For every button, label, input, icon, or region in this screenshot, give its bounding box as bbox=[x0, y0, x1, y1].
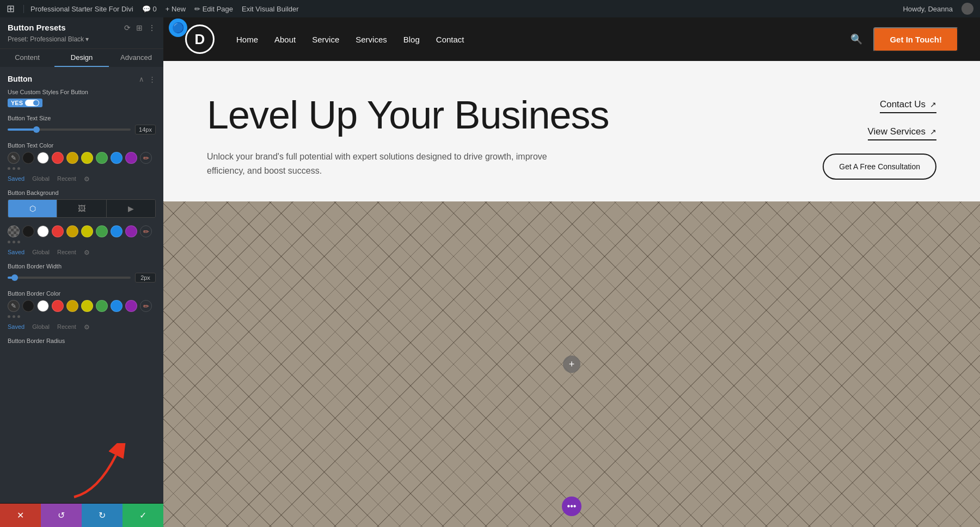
color-gear-icon-2[interactable]: ⚙ bbox=[84, 249, 90, 256]
border-color-label: Button Border Color bbox=[8, 290, 156, 297]
howdy-label: Howdy, Deanna bbox=[903, 5, 953, 13]
section-dots-icon[interactable]: ⋮ bbox=[149, 75, 156, 83]
hero-description: Unlock your brand's full potential with … bbox=[207, 150, 577, 177]
color-swatch-blue[interactable] bbox=[111, 152, 122, 164]
bg-swatch-black[interactable] bbox=[22, 225, 34, 237]
custom-styles-toggle[interactable]: YES bbox=[8, 99, 42, 107]
bg-swatch-red[interactable] bbox=[52, 225, 64, 237]
nav-contact[interactable]: Contact bbox=[436, 35, 464, 44]
building-section: + ••• bbox=[163, 201, 980, 527]
site-name[interactable]: Professional Starter Site For Divi bbox=[23, 5, 133, 13]
border-width-value[interactable]: 2px bbox=[135, 273, 156, 283]
color-swatch-yellow[interactable] bbox=[81, 152, 93, 164]
header-cta-button[interactable]: Get In Touch! bbox=[873, 27, 958, 52]
nav-home[interactable]: Home bbox=[236, 35, 258, 44]
recent-label-2[interactable]: Recent bbox=[57, 249, 76, 256]
contact-us-link[interactable]: Contact Us ↗ bbox=[880, 99, 936, 113]
border-swatch-white[interactable] bbox=[37, 300, 49, 312]
recent-label-3[interactable]: Recent bbox=[57, 323, 76, 331]
columns-icon[interactable]: ⊞ bbox=[136, 23, 143, 32]
color-swatch-white[interactable] bbox=[37, 152, 49, 164]
search-icon[interactable]: 🔍 bbox=[850, 33, 862, 45]
text-size-slider-row: 14px bbox=[8, 125, 156, 134]
border-width-slider[interactable] bbox=[8, 277, 131, 279]
nav-services[interactable]: Services bbox=[356, 35, 387, 44]
bg-swatch-green[interactable] bbox=[96, 225, 108, 237]
bottom-toolbar: ✕ ↺ ↻ ✓ bbox=[0, 503, 163, 527]
undo-button[interactable]: ↺ bbox=[41, 504, 82, 527]
panel-subtitle[interactable]: Preset: Professional Black ▾ bbox=[8, 35, 156, 43]
wp-logo-icon[interactable]: ⊞ bbox=[7, 3, 15, 15]
custom-styles-label: Use Custom Styles For Button bbox=[8, 89, 156, 95]
comment-link[interactable]: 💬 0 bbox=[142, 5, 157, 13]
bg-swatch-white[interactable] bbox=[37, 225, 49, 237]
border-color-swatches: ✎ ✏ bbox=[8, 300, 156, 312]
global-label-3[interactable]: Global bbox=[32, 323, 50, 331]
wp-admin-bar: ⊞ Professional Starter Site For Divi 💬 0… bbox=[0, 0, 980, 17]
bg-color-swatches: ✏ bbox=[8, 225, 156, 237]
tab-design[interactable]: Design bbox=[54, 49, 109, 67]
sync-icon[interactable]: ⟳ bbox=[124, 23, 131, 32]
color-swatch-red[interactable] bbox=[52, 152, 64, 164]
text-size-slider[interactable] bbox=[8, 128, 131, 131]
save-button[interactable]: ✓ bbox=[122, 504, 163, 527]
pencil-icon[interactable]: ✏ bbox=[140, 152, 152, 164]
bg-swatch-purple[interactable] bbox=[125, 225, 137, 237]
collapse-section-icon[interactable]: ∧ bbox=[139, 75, 144, 83]
saved-label-2[interactable]: Saved bbox=[8, 249, 24, 256]
recent-label-1[interactable]: Recent bbox=[57, 175, 76, 183]
border-swatch-black[interactable] bbox=[22, 300, 34, 312]
bg-pencil-icon[interactable]: ✏ bbox=[140, 225, 152, 237]
color-swatch-black[interactable] bbox=[22, 152, 34, 164]
bg-swatch-yellow[interactable] bbox=[81, 225, 93, 237]
button-section-title: Button bbox=[8, 75, 32, 83]
divi-vb-indicator[interactable]: 🔵 bbox=[169, 19, 187, 37]
add-element-button[interactable]: + bbox=[563, 356, 580, 373]
border-swatch-purple[interactable] bbox=[125, 300, 137, 312]
color-swatch-purple[interactable] bbox=[125, 152, 137, 164]
bg-swatch-yellow-dark[interactable] bbox=[66, 225, 78, 237]
global-label-2[interactable]: Global bbox=[32, 249, 50, 256]
site-logo[interactable]: D bbox=[185, 24, 215, 54]
bg-swatch-checker[interactable] bbox=[8, 225, 20, 237]
border-swatch-blue[interactable] bbox=[111, 300, 122, 312]
consultation-button[interactable]: Get A Free Consultation bbox=[823, 154, 936, 180]
bg-swatch-blue[interactable] bbox=[111, 225, 122, 237]
module-options-button[interactable]: ••• bbox=[562, 497, 581, 516]
eyedropper-icon[interactable]: ✎ bbox=[8, 152, 20, 164]
text-color-swatches: ✎ ✏ bbox=[8, 152, 156, 164]
bg-gradient-option[interactable]: ⬡ bbox=[8, 200, 57, 217]
border-swatch-green[interactable] bbox=[96, 300, 108, 312]
view-services-link[interactable]: View Services ↗ bbox=[868, 126, 936, 140]
nav-about[interactable]: About bbox=[274, 35, 296, 44]
redo-button[interactable]: ↻ bbox=[82, 504, 122, 527]
border-pencil-icon[interactable]: ✏ bbox=[140, 300, 152, 312]
new-link[interactable]: + New bbox=[166, 5, 186, 13]
color-gear-icon-1[interactable]: ⚙ bbox=[84, 175, 90, 183]
bg-video-option[interactable]: ▶ bbox=[106, 200, 155, 217]
border-swatch-red[interactable] bbox=[52, 300, 64, 312]
exit-visual-builder-link[interactable]: Exit Visual Builder bbox=[242, 5, 299, 13]
color-swatch-green[interactable] bbox=[96, 152, 108, 164]
global-label-1[interactable]: Global bbox=[32, 175, 50, 183]
border-eyedropper-icon[interactable]: ✎ bbox=[8, 300, 20, 312]
edit-page-link[interactable]: ✏ Edit Page bbox=[194, 5, 233, 13]
text-size-label: Button Text Size bbox=[8, 115, 156, 121]
close-button[interactable]: ✕ bbox=[0, 504, 41, 527]
text-size-value[interactable]: 14px bbox=[135, 125, 156, 134]
tab-advanced[interactable]: Advanced bbox=[109, 49, 163, 67]
user-avatar[interactable] bbox=[961, 3, 973, 15]
nav-blog[interactable]: Blog bbox=[403, 35, 420, 44]
border-swatch-yellow[interactable] bbox=[81, 300, 93, 312]
color-swatch-yellow-dark[interactable] bbox=[66, 152, 78, 164]
border-swatch-yellow-dark[interactable] bbox=[66, 300, 78, 312]
saved-label-1[interactable]: Saved bbox=[8, 175, 24, 183]
tab-content[interactable]: Content bbox=[0, 49, 54, 67]
nav-service[interactable]: Service bbox=[312, 35, 339, 44]
divi-icon: 🔵 bbox=[172, 22, 184, 34]
more-icon[interactable]: ⋮ bbox=[148, 23, 156, 32]
panel-tabs: Content Design Advanced bbox=[0, 49, 163, 67]
bg-image-option[interactable]: 🖼 bbox=[57, 200, 106, 217]
saved-label-3[interactable]: Saved bbox=[8, 323, 24, 331]
color-gear-icon-3[interactable]: ⚙ bbox=[84, 323, 90, 331]
